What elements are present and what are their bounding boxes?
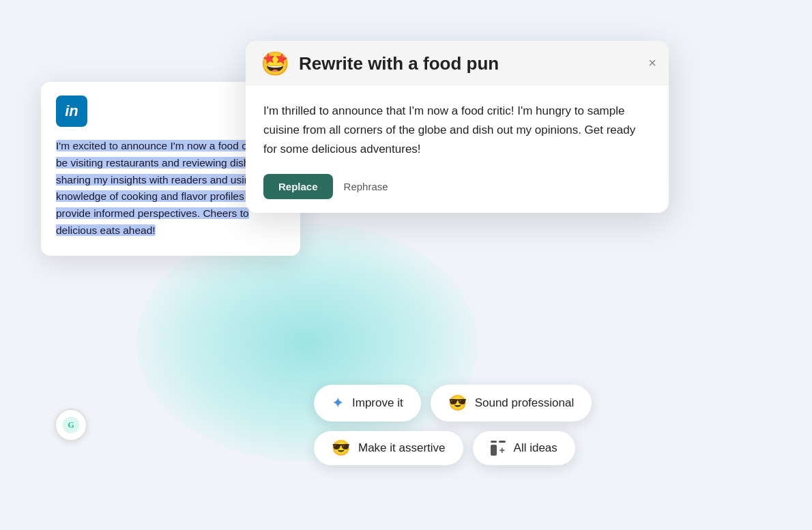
sunglasses-emoji-1: 😎 — [448, 396, 467, 411]
rephrase-button[interactable]: Rephrase — [344, 181, 388, 192]
rewrite-popup-title: Rewrite with a food pun — [299, 53, 499, 74]
action-row-bottom: 😎 Make it assertive All ideas — [314, 431, 592, 465]
rewrite-popup: 🤩 Rewrite with a food pun × I'm thrilled… — [246, 41, 669, 213]
action-row-top: ✦ Improve it 😎 Sound professional — [314, 385, 592, 422]
rewrite-header-emoji: 🤩 — [261, 52, 289, 75]
sunglasses-emoji-2: 😎 — [332, 441, 350, 456]
make-assertive-button[interactable]: 😎 Make it assertive — [314, 431, 463, 465]
grid-dot-2 — [499, 441, 506, 443]
rewrite-popup-header: 🤩 Rewrite with a food pun × — [246, 41, 669, 85]
svg-text:G: G — [68, 420, 74, 430]
grid-dot-1 — [491, 441, 497, 443]
scene: in I'm excited to announce I'm now a foo… — [0, 0, 812, 530]
rewrite-body-text: I'm thrilled to announce that I'm now a … — [263, 102, 651, 159]
grammarly-badge[interactable]: G — [55, 409, 87, 441]
sparkle-icon: ✦ — [332, 394, 344, 412]
grammarly-icon: G — [61, 415, 81, 435]
sound-professional-label: Sound professional — [475, 396, 575, 410]
linkedin-logo-text: in — [65, 102, 78, 120]
action-buttons-container: ✦ Improve it 😎 Sound professional 😎 Make… — [314, 385, 592, 465]
linkedin-logo: in — [56, 95, 87, 127]
improve-label: Improve it — [352, 396, 403, 410]
make-assertive-label: Make it assertive — [358, 441, 446, 455]
grid-dot-3 — [491, 445, 497, 456]
grid-plus — [499, 445, 506, 456]
rewrite-actions: Replace Rephrase — [263, 174, 651, 199]
improve-button[interactable]: ✦ Improve it — [314, 385, 421, 422]
sound-professional-button[interactable]: 😎 Sound professional — [431, 385, 592, 422]
rewrite-popup-body: I'm thrilled to announce that I'm now a … — [246, 85, 669, 213]
close-button[interactable]: × — [648, 55, 656, 71]
all-ideas-label: All ideas — [514, 441, 557, 455]
all-ideas-button[interactable]: All ideas — [473, 431, 575, 465]
grid-icon — [491, 441, 506, 456]
replace-button[interactable]: Replace — [263, 174, 333, 199]
